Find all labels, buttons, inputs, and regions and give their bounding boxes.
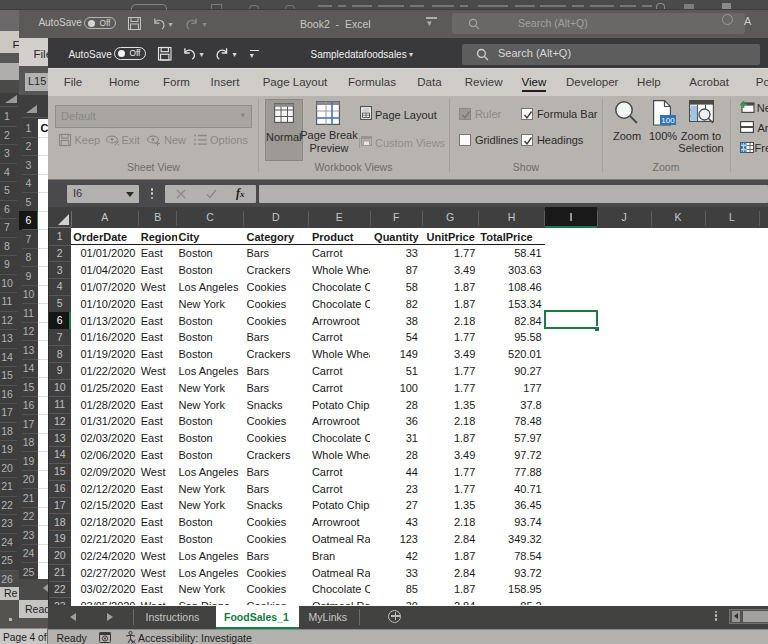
svg-text:100: 100 xyxy=(661,116,675,125)
